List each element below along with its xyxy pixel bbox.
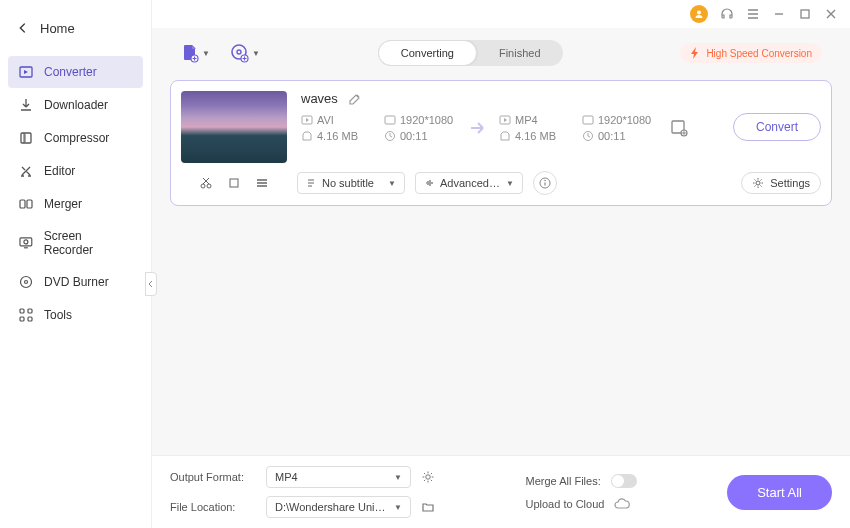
tab-converting[interactable]: Converting [378, 40, 477, 66]
crop-icon[interactable] [227, 176, 241, 190]
src-resolution: 1920*1080 [400, 114, 453, 126]
convert-label: Convert [756, 120, 798, 134]
settings-button[interactable]: Settings [741, 172, 821, 194]
resolution-icon [384, 114, 396, 126]
effects-icon[interactable] [255, 176, 269, 190]
output-format-select[interactable]: MP4 ▼ [266, 466, 411, 488]
settings-label: Settings [770, 177, 810, 189]
output-format-row: Output Format: MP4 ▼ [170, 466, 435, 488]
high-speed-conversion-badge[interactable]: High Speed Conversion [680, 43, 822, 63]
status-tabs: Converting Finished [378, 40, 563, 66]
gear-icon[interactable] [421, 470, 435, 484]
close-icon[interactable] [824, 7, 838, 21]
sidebar-item-converter[interactable]: Converter [8, 56, 143, 88]
maximize-icon[interactable] [798, 7, 812, 21]
sidebar-item-tools[interactable]: Tools [8, 299, 143, 331]
sidebar-item-label: Downloader [44, 98, 108, 112]
lightning-icon [690, 47, 700, 59]
add-dvd-button[interactable]: ▼ [230, 43, 260, 63]
sidebar-item-dvd-burner[interactable]: DVD Burner [8, 266, 143, 298]
trim-icon[interactable] [199, 176, 213, 190]
file-title-row: waves [301, 91, 711, 106]
tab-label: Converting [401, 47, 454, 59]
user-avatar-icon[interactable] [690, 5, 708, 23]
start-all-button[interactable]: Start All [727, 475, 832, 510]
source-meta: AVI 1920*1080 4.16 MB 00:11 [301, 114, 459, 142]
dst-size: 4.16 MB [515, 130, 556, 142]
sidebar-item-label: Compressor [44, 131, 109, 145]
headset-icon[interactable] [720, 7, 734, 21]
svg-point-28 [207, 184, 211, 188]
collapse-sidebar-handle[interactable] [145, 272, 157, 296]
footer-left: Output Format: MP4 ▼ File Location: D:\W… [170, 466, 435, 518]
window-titlebar [152, 0, 850, 28]
duration-icon [582, 130, 594, 142]
editor-icon [18, 163, 34, 179]
sidebar-item-merger[interactable]: Merger [8, 188, 143, 220]
size-icon [301, 130, 313, 142]
edit-tools [181, 176, 287, 190]
size-icon [499, 130, 511, 142]
chevron-down-icon: ▼ [394, 473, 402, 482]
svg-point-6 [21, 277, 32, 288]
sidebar-item-label: Merger [44, 197, 82, 211]
chevron-down-icon: ▼ [388, 179, 396, 188]
subtitle-value: No subtitle [322, 177, 382, 189]
convert-button[interactable]: Convert [733, 113, 821, 141]
svg-rect-11 [28, 317, 32, 321]
duration-icon [384, 130, 396, 142]
output-format-label: Output Format: [170, 471, 256, 483]
file-location-select[interactable]: D:\Wondershare UniConverter 1 ▼ [266, 496, 411, 518]
svg-point-33 [426, 475, 430, 479]
src-duration: 00:11 [400, 130, 428, 142]
info-button[interactable] [533, 171, 557, 195]
file-info: waves AVI 1920*1080 4.16 MB 00:11 [301, 91, 711, 163]
subtitle-select[interactable]: No subtitle ▼ [297, 172, 405, 194]
audio-icon [424, 178, 434, 188]
svg-point-5 [24, 240, 28, 244]
dst-duration: 00:11 [598, 130, 626, 142]
svg-point-32 [756, 181, 760, 185]
svg-rect-22 [583, 116, 593, 124]
conversion-card: waves AVI 1920*1080 4.16 MB 00:11 [170, 80, 832, 206]
src-format: AVI [317, 114, 334, 126]
back-icon[interactable] [16, 21, 30, 35]
content-wrap: ▼ ▼ Converting Finished High Speed Conve… [152, 28, 850, 455]
svg-point-7 [25, 281, 28, 284]
compressor-icon [18, 130, 34, 146]
video-thumbnail[interactable] [181, 91, 287, 163]
sidebar-item-compressor[interactable]: Compressor [8, 122, 143, 154]
gear-icon [752, 177, 764, 189]
add-files-button[interactable]: ▼ [180, 43, 210, 63]
merge-all-toggle[interactable] [611, 474, 637, 488]
start-all-label: Start All [757, 485, 802, 500]
card-bottom: No subtitle ▼ Advanced Audi... ▼ Setting… [181, 171, 821, 195]
sidebar-items: Converter Downloader Compressor Editor M… [0, 56, 151, 331]
audio-select[interactable]: Advanced Audi... ▼ [415, 172, 523, 194]
svg-point-27 [201, 184, 205, 188]
svg-point-16 [237, 50, 241, 54]
sidebar-item-screen-recorder[interactable]: Screen Recorder [8, 221, 143, 265]
sidebar-item-downloader[interactable]: Downloader [8, 89, 143, 121]
folder-icon[interactable] [421, 500, 435, 514]
merger-icon [18, 196, 34, 212]
merge-all-label: Merge All Files: [526, 475, 601, 487]
dst-format: MP4 [515, 114, 538, 126]
output-settings-icon[interactable] [669, 118, 689, 138]
svg-rect-2 [20, 200, 25, 208]
merge-all-row: Merge All Files: [526, 474, 637, 488]
chevron-down-icon: ▼ [394, 503, 402, 512]
menu-icon[interactable] [746, 7, 760, 21]
edit-name-icon[interactable] [348, 92, 362, 106]
output-format-value: MP4 [275, 471, 388, 483]
minimize-icon[interactable] [772, 7, 786, 21]
sidebar: Home Converter Downloader Compressor Edi… [0, 0, 152, 528]
cloud-icon[interactable] [614, 498, 630, 510]
tab-finished[interactable]: Finished [477, 40, 563, 66]
video-format-icon [301, 114, 313, 126]
toolbar-left: ▼ ▼ [180, 43, 260, 63]
src-size: 4.16 MB [317, 130, 358, 142]
svg-rect-29 [230, 179, 238, 187]
sidebar-item-editor[interactable]: Editor [8, 155, 143, 187]
screen-recorder-icon [18, 235, 34, 251]
